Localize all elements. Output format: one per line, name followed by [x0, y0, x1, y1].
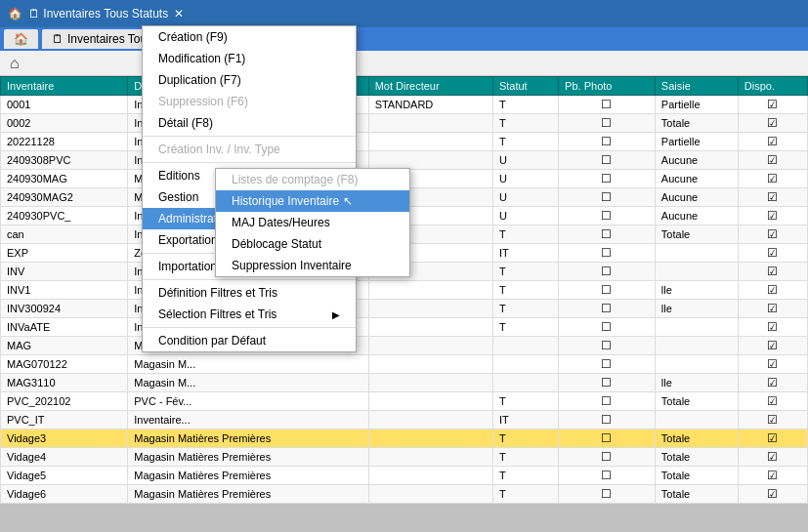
table-row[interactable]: 0002Inventaire...TTotale: [1, 114, 808, 133]
table-row[interactable]: PVC_ITInventaire...IT: [1, 411, 808, 430]
pb-photo-checkbox[interactable]: [601, 413, 612, 427]
table-row[interactable]: MAG3110Magasin M...lle: [1, 374, 808, 392]
dispo-checkbox[interactable]: [767, 339, 778, 352]
col-dispo: Dispo.: [738, 77, 807, 96]
table-row[interactable]: INV1Inventaire...Tlle: [1, 281, 808, 300]
dispo-checkbox[interactable]: [767, 98, 778, 111]
dispo-checkbox[interactable]: [767, 172, 778, 185]
submenu-listes-comptage: Listes de comptage (F8): [216, 169, 409, 190]
pb-photo-checkbox[interactable]: [601, 431, 612, 445]
selection-filtres-label: Sélection Filtres et Tris: [158, 307, 276, 321]
pb-photo-checkbox[interactable]: [601, 469, 612, 482]
menu-definition-filtres[interactable]: Définition Filtres et Tris: [143, 282, 356, 304]
pb-photo-checkbox[interactable]: [601, 320, 612, 334]
pb-photo-checkbox[interactable]: [601, 209, 612, 223]
menu-suppression: Suppression (F6): [143, 91, 356, 112]
exportation-label: Exportation: [158, 233, 218, 247]
table-row[interactable]: Vidage4Magasin Matières PremièresTTotale: [1, 448, 808, 467]
pb-photo-checkbox[interactable]: [601, 227, 612, 241]
menu-condition-defaut[interactable]: Condition par Défaut: [143, 330, 356, 351]
table-row[interactable]: 0001Inventaire...STANDARDTPartielle: [1, 96, 808, 114]
tab-home[interactable]: 🏠: [4, 29, 38, 49]
separator-4: [143, 279, 356, 280]
pb-photo-checkbox[interactable]: [601, 172, 612, 185]
pb-photo-checkbox[interactable]: [601, 283, 612, 297]
col-saisie: Saisie: [655, 77, 738, 96]
dispo-checkbox[interactable]: [767, 246, 778, 260]
dispo-checkbox[interactable]: [767, 469, 778, 482]
dispo-checkbox[interactable]: [767, 376, 778, 389]
pb-photo-checkbox[interactable]: [601, 153, 612, 167]
dispo-checkbox[interactable]: [767, 487, 778, 501]
pb-photo-checkbox[interactable]: [601, 302, 612, 315]
menu-creation[interactable]: Création (F9): [143, 26, 356, 48]
pb-photo-checkbox[interactable]: [601, 98, 612, 111]
pb-photo-checkbox[interactable]: [601, 394, 612, 408]
menu-detail[interactable]: Détail (F8): [143, 112, 356, 134]
dispo-checkbox[interactable]: [767, 413, 778, 427]
separator-5: [143, 327, 356, 328]
dispo-checkbox[interactable]: [767, 302, 778, 315]
title-bar: 🏠 🗒 Inventaires Tous Statuts ✕: [0, 0, 808, 27]
table-row[interactable]: MAGMagasin M...: [1, 337, 808, 355]
menu-creation-inv: Création Inv. / Inv. Type: [143, 139, 356, 160]
editions-label: Editions: [158, 169, 200, 183]
dispo-checkbox[interactable]: [767, 265, 778, 278]
cursor-icon: ↖: [343, 194, 353, 208]
pb-photo-checkbox[interactable]: [601, 357, 612, 371]
dispo-checkbox[interactable]: [767, 431, 778, 445]
dispo-checkbox[interactable]: [767, 135, 778, 148]
table-row[interactable]: 20221128Inventaire...TPartielle: [1, 133, 808, 151]
pb-photo-checkbox[interactable]: [601, 376, 612, 389]
dispo-checkbox[interactable]: [767, 283, 778, 297]
table-row[interactable]: INV300924Inventaire...Tlle: [1, 300, 808, 318]
submenu-maj-dates[interactable]: MAJ Dates/Heures: [216, 212, 409, 233]
pb-photo-checkbox[interactable]: [601, 190, 612, 204]
dispo-checkbox[interactable]: [767, 116, 778, 130]
dispo-checkbox[interactable]: [767, 357, 778, 371]
separator-1: [143, 136, 356, 137]
dispo-checkbox[interactable]: [767, 190, 778, 204]
table-header-row: Inventaire Désignation Mot Directeur Sta…: [1, 77, 808, 96]
dispo-checkbox[interactable]: [767, 209, 778, 223]
pb-photo-checkbox[interactable]: [601, 450, 612, 464]
col-inventaire: Inventaire: [1, 77, 128, 96]
submenu-historique-inventaire[interactable]: Historique Inventaire ↖: [216, 190, 409, 212]
table-row[interactable]: Vidage3Magasin Matières PremièresTTotale: [1, 430, 808, 448]
submenu-deblocage-statut[interactable]: Déblocage Statut: [216, 233, 409, 255]
pb-photo-checkbox[interactable]: [601, 246, 612, 260]
table-container: Inventaire Désignation Mot Directeur Sta…: [0, 76, 808, 532]
table-row[interactable]: 2409308PVCInventaire...UAucune: [1, 151, 808, 170]
dispo-checkbox[interactable]: [767, 320, 778, 334]
menu-selection-filtres[interactable]: Sélection Filtres et Tris ▶: [143, 304, 356, 325]
submenu-suppression-inventaire[interactable]: Suppression Inventaire: [216, 255, 409, 276]
gestion-label: Gestion: [158, 190, 198, 204]
table-row[interactable]: INVaATEInventaire...T: [1, 318, 808, 337]
dispo-checkbox[interactable]: [767, 394, 778, 408]
menu-modification[interactable]: Modification (F1): [143, 48, 356, 69]
pb-photo-checkbox[interactable]: [601, 339, 612, 352]
table-row[interactable]: PVC_202102PVC - Fév...TTotale: [1, 392, 808, 411]
pb-photo-checkbox[interactable]: [601, 265, 612, 278]
pb-photo-checkbox[interactable]: [601, 135, 612, 148]
dispo-checkbox[interactable]: [767, 153, 778, 167]
col-mot-directeur: Mot Directeur: [368, 77, 492, 96]
separator-2: [143, 162, 356, 163]
tab-bar: 🏠 🗒 Inventaires Tous Statuts ✕: [0, 27, 808, 51]
dispo-checkbox[interactable]: [767, 227, 778, 241]
pb-photo-checkbox[interactable]: [601, 116, 612, 130]
table-row[interactable]: Vidage5Magasin Matières PremièresTTotale: [1, 467, 808, 485]
toolbar: ⌂: [0, 51, 808, 76]
col-pb-photo: Pb. Photo: [559, 77, 656, 96]
tab-doc-icon: 🗒: [52, 32, 64, 46]
home-button[interactable]: ⌂: [6, 53, 23, 74]
pb-photo-checkbox[interactable]: [601, 487, 612, 501]
table-row[interactable]: Vidage6Magasin Matières PremièresTTotale: [1, 485, 808, 504]
dispo-checkbox[interactable]: [767, 450, 778, 464]
menu-duplication[interactable]: Duplication (F7): [143, 69, 356, 91]
table-row[interactable]: MAG070122Magasin M...: [1, 355, 808, 374]
home-icon: 🏠: [14, 32, 28, 46]
admin-submenu-container: Listes de comptage (F8) Historique Inven…: [215, 168, 410, 277]
title-bar-close[interactable]: ✕: [174, 7, 184, 20]
col-statut: Statut: [492, 77, 558, 96]
